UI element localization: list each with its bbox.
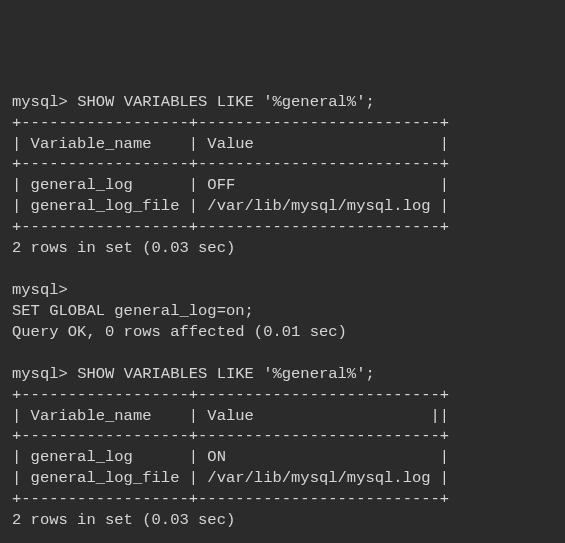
table-row: | general_log_file | /var/lib/mysql/mysq… [12, 196, 553, 217]
cmd-line-1: mysql> SHOW VARIABLES LIKE '%general%'; [12, 92, 553, 113]
set-result: Query OK, 0 rows affected (0.01 sec) [12, 322, 553, 343]
table-border: +------------------+--------------------… [12, 154, 553, 175]
query-1: SHOW VARIABLES LIKE '%general%'; [77, 93, 375, 111]
table-header: | Variable_name | Value || [12, 406, 553, 427]
prompt-empty[interactable]: mysql> [12, 280, 553, 301]
result-summary: 2 rows in set (0.03 sec) [12, 510, 553, 531]
query-2: SHOW VARIABLES LIKE '%general%'; [77, 365, 375, 383]
table-row: | general_log | OFF | [12, 175, 553, 196]
cmd-line-2: mysql> SHOW VARIABLES LIKE '%general%'; [12, 364, 553, 385]
table-border: +------------------+--------------------… [12, 385, 553, 406]
result-summary: 2 rows in set (0.03 sec) [12, 238, 553, 259]
table-border: +------------------+--------------------… [12, 217, 553, 238]
prompt: mysql> [12, 365, 68, 383]
table-border: +------------------+--------------------… [12, 489, 553, 510]
prompt: mysql> [12, 93, 68, 111]
set-cmd: SET GLOBAL general_log=on; [12, 301, 553, 322]
table-header: | Variable_name | Value | [12, 134, 553, 155]
table-border: +------------------+--------------------… [12, 426, 553, 447]
table-row: | general_log | ON | [12, 447, 553, 468]
table-border: +------------------+--------------------… [12, 113, 553, 134]
table-row: | general_log_file | /var/lib/mysql/mysq… [12, 468, 553, 489]
